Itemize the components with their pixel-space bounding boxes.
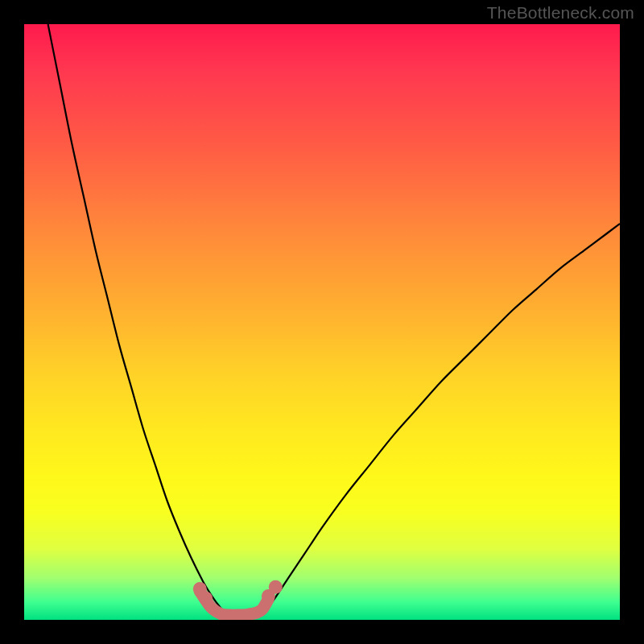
curve-right bbox=[262, 224, 620, 615]
plot-area bbox=[24, 24, 620, 620]
chart-frame: TheBottleneck.com bbox=[0, 0, 644, 644]
highlight-dot bbox=[269, 580, 283, 594]
curve-left bbox=[48, 24, 227, 615]
watermark-text: TheBottleneck.com bbox=[487, 3, 634, 23]
chart-overlay bbox=[24, 24, 620, 620]
highlight-dots bbox=[193, 580, 283, 605]
highlight-dot bbox=[199, 592, 213, 605]
